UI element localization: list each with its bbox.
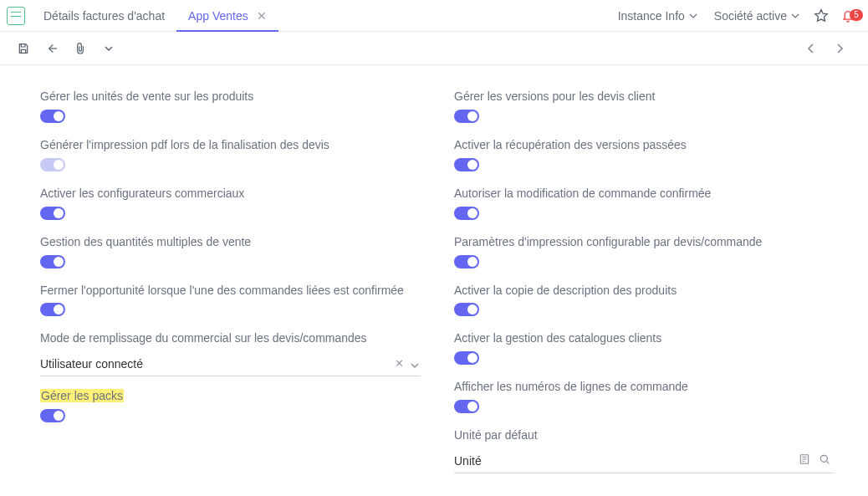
- field-restore-past-versions: Activer la récupération des versions pas…: [454, 137, 835, 174]
- field-label: Mode de remplissage du commercial sur le…: [40, 330, 421, 346]
- field-show-order-line-numbers: Afficher les numéros de lignes de comman…: [454, 379, 835, 416]
- toggle-manage-quote-versions[interactable]: [454, 110, 479, 123]
- field-label: Activer la copie de description des prod…: [454, 283, 835, 299]
- save-button[interactable]: [12, 37, 35, 60]
- toggle-show-order-line-numbers[interactable]: [454, 400, 479, 413]
- field-print-params-per-order: Paramètres d'impression configurable par…: [454, 234, 835, 271]
- next-record-button[interactable]: [828, 37, 851, 60]
- left-column: Gérer les unités de vente sur les produi…: [40, 89, 421, 485]
- default-unit-input[interactable]: Unité: [454, 448, 835, 473]
- toggle-manage-packs[interactable]: [40, 409, 65, 422]
- field-manage-sale-units: Gérer les unités de vente sur les produi…: [40, 89, 421, 125]
- tab-label: App Ventes: [188, 9, 248, 23]
- field-customer-catalogs: Activer la gestion des catalogues client…: [454, 330, 835, 367]
- field-label: Activer la gestion des catalogues client…: [454, 330, 835, 346]
- toggle-restore-past-versions[interactable]: [454, 158, 479, 171]
- field-generate-pdf-on-finalize: Générer l'impression pdf lors de la fina…: [40, 137, 421, 174]
- field-label: Fermer l'opportunité lorsque l'une des c…: [40, 283, 421, 299]
- toolbar: [0, 32, 868, 65]
- field-label: Activer la récupération des versions pas…: [454, 137, 835, 153]
- more-menu-button[interactable]: [97, 37, 120, 60]
- form-content: Gérer les unités de vente sur les produi…: [0, 65, 868, 485]
- field-label: Autoriser la modification de commande co…: [454, 186, 835, 202]
- clear-icon[interactable]: ✕: [390, 357, 409, 370]
- toggle-enable-commercial-configurators[interactable]: [40, 207, 65, 220]
- favorite-button[interactable]: [808, 8, 835, 24]
- svg-point-1: [820, 455, 827, 462]
- menu-label: Instance Info: [618, 9, 685, 23]
- field-label: Afficher les numéros de lignes de comman…: [454, 379, 835, 395]
- field-default-unit: Unité par défaut Unité: [454, 427, 835, 473]
- right-column: Gérer les versions pour les devis client…: [454, 89, 835, 485]
- input-value: Unité: [454, 453, 794, 469]
- field-label: Générer l'impression pdf lors de la fina…: [40, 137, 421, 153]
- tab-bar: Détails factures d'achat App Ventes ✕ In…: [0, 0, 868, 32]
- tab-app-ventes[interactable]: App Ventes ✕: [176, 0, 278, 31]
- tab-label: Détails factures d'achat: [43, 9, 165, 23]
- toggle-customer-catalogs[interactable]: [454, 351, 479, 365]
- search-icon[interactable]: [814, 453, 835, 468]
- field-label: Gérer les versions pour les devis client: [454, 89, 835, 105]
- back-button[interactable]: [40, 37, 64, 60]
- toggle-multiple-sale-quantities[interactable]: [40, 255, 65, 268]
- menu-label: Société active: [714, 9, 787, 23]
- notifications-button[interactable]: 5: [835, 8, 861, 24]
- field-enable-commercial-configurators: Activer les configurateurs commerciaux: [40, 186, 421, 222]
- caret-down-icon[interactable]: [409, 357, 421, 371]
- caret-down-icon: [689, 13, 697, 18]
- attachment-button[interactable]: [69, 37, 92, 60]
- field-manage-quote-versions: Gérer les versions pour les devis client: [454, 89, 835, 125]
- open-record-icon[interactable]: [794, 453, 814, 468]
- field-label: Unité par défaut: [454, 427, 835, 443]
- caret-down-icon: [791, 13, 799, 18]
- field-salesperson-fill-mode: Mode de remplissage du commercial sur le…: [40, 330, 421, 376]
- field-close-opportunity-on-confirm: Fermer l'opportunité lorsque l'une des c…: [40, 283, 421, 320]
- toggle-copy-product-description[interactable]: [454, 303, 479, 316]
- toggle-close-opportunity-on-confirm[interactable]: [40, 303, 65, 316]
- field-label: Gérer les unités de vente sur les produi…: [40, 89, 421, 105]
- notification-badge: 5: [850, 9, 863, 21]
- close-icon[interactable]: ✕: [257, 9, 267, 23]
- active-company-menu[interactable]: Société active: [706, 0, 808, 31]
- toggle-allow-edit-confirmed-order[interactable]: [454, 207, 479, 220]
- field-label: Gestion des quantités multiples de vente: [40, 234, 421, 250]
- field-label: Activer les configurateurs commerciaux: [40, 186, 421, 202]
- prev-record-button[interactable]: [799, 37, 823, 60]
- instance-info-menu[interactable]: Instance Info: [610, 0, 706, 31]
- field-multiple-sale-quantities: Gestion des quantités multiples de vente: [40, 234, 421, 271]
- salesperson-fill-mode-select[interactable]: Utilisateur connecté ✕: [40, 351, 421, 376]
- field-allow-edit-confirmed-order: Autoriser la modification de commande co…: [454, 186, 835, 222]
- tab-purchase-invoice-details[interactable]: Détails factures d'achat: [32, 0, 176, 31]
- select-value: Utilisateur connecté: [40, 355, 390, 372]
- field-copy-product-description: Activer la copie de description des prod…: [454, 283, 835, 320]
- document-icon: [7, 7, 25, 25]
- field-label: Gérer les packs: [40, 389, 124, 402]
- field-label: Paramètres d'impression configurable par…: [454, 234, 835, 250]
- toggle-print-params-per-order[interactable]: [454, 255, 479, 268]
- toggle-generate-pdf-on-finalize: [40, 158, 65, 171]
- field-manage-packs: Gérer les packs: [40, 388, 421, 425]
- toggle-manage-sale-units[interactable]: [40, 110, 65, 123]
